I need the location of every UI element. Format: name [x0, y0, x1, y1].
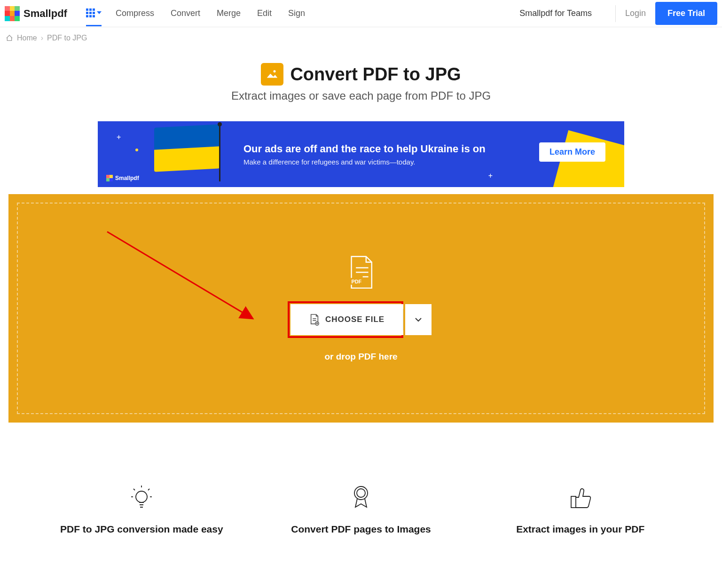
feature-pages: Convert PDF pages to Images — [251, 484, 471, 535]
apps-menu[interactable] — [86, 8, 102, 26]
nav-merge[interactable]: Merge — [217, 8, 241, 18]
feature-title: Convert PDF pages to Images — [251, 524, 471, 535]
nav-convert[interactable]: Convert — [171, 8, 200, 18]
grid-icon — [86, 8, 95, 17]
dot-icon — [135, 149, 138, 151]
sparkle-icon: + — [117, 133, 121, 141]
nav-sign[interactable]: Sign — [288, 8, 305, 18]
page-title: Convert PDF to JPG — [290, 64, 461, 85]
svg-line-1 — [107, 232, 253, 319]
subtitle: Extract images or save each page from PD… — [0, 89, 722, 102]
choose-file-label: CHOOSE FILE — [325, 315, 385, 324]
annotation-arrow — [102, 227, 262, 326]
svg-point-0 — [274, 70, 276, 72]
banner-title: Our ads are off and the race to help Ukr… — [243, 143, 486, 155]
header: Smallpdf Compress Convert Merge Edit Sig… — [0, 0, 722, 27]
nav-edit[interactable]: Edit — [257, 8, 272, 18]
breadcrumb-home[interactable]: Home — [17, 34, 37, 42]
ukraine-flag-icon — [154, 126, 220, 171]
feature-easy: PDF to JPG conversion made easy — [32, 484, 251, 535]
svg-point-12 — [136, 491, 147, 502]
feature-extract: Extract images in your PDF — [471, 484, 690, 535]
banner-subtitle: Make a difference for refugees and war v… — [243, 158, 486, 166]
lightbulb-icon — [32, 484, 251, 512]
teams-link[interactable]: Smallpdf for Teams — [519, 8, 592, 18]
divider — [615, 5, 616, 22]
thumbs-up-icon — [471, 484, 690, 512]
free-trial-button[interactable]: Free Trial — [655, 2, 717, 25]
nav-compress[interactable]: Compress — [116, 8, 154, 18]
svg-line-15 — [148, 489, 149, 490]
feature-title: Extract images in your PDF — [471, 524, 690, 535]
ribbon-icon — [251, 484, 471, 512]
title-section: Convert PDF to JPG Extract images or sav… — [0, 63, 722, 102]
logo-text: Smallpdf — [24, 8, 67, 20]
learn-more-button[interactable]: Learn More — [539, 142, 605, 162]
nav: Compress Convert Merge Edit Sign — [116, 8, 305, 18]
feature-title: PDF to JPG conversion made easy — [32, 524, 251, 535]
choose-file-button[interactable]: CHOOSE FILE — [290, 304, 403, 335]
breadcrumb-current[interactable]: PDF to JPG — [47, 34, 87, 42]
home-icon — [6, 34, 13, 42]
svg-point-19 — [357, 489, 365, 497]
drop-hint: or drop PDF here — [324, 352, 397, 362]
image-icon — [261, 63, 283, 86]
logo[interactable]: Smallpdf — [5, 6, 67, 21]
svg-line-14 — [133, 489, 135, 490]
chevron-down-icon — [415, 317, 422, 322]
caret-down-icon — [97, 11, 102, 14]
file-add-icon — [309, 314, 320, 326]
pdf-file-icon: PDF — [347, 255, 375, 292]
flag-pole — [219, 125, 220, 181]
choose-source-dropdown[interactable] — [405, 304, 432, 335]
breadcrumb-sep: › — [41, 34, 43, 42]
banner-logo: Smallpdf — [106, 175, 139, 181]
svg-rect-20 — [571, 496, 576, 508]
choose-file-group: CHOOSE FILE — [290, 304, 432, 335]
login-link[interactable]: Login — [625, 8, 646, 18]
features-row: PDF to JPG conversion made easy Convert … — [32, 484, 690, 535]
sparkle-icon: + — [488, 172, 493, 180]
logo-icon — [5, 6, 20, 21]
svg-text:PDF: PDF — [352, 279, 362, 284]
breadcrumb: Home › PDF to JPG — [0, 27, 722, 49]
drop-zone[interactable]: PDF CHOOSE FILE or drop PDF here — [8, 194, 714, 423]
ukraine-banner: + + Our ads are off and the race to help… — [98, 121, 624, 187]
